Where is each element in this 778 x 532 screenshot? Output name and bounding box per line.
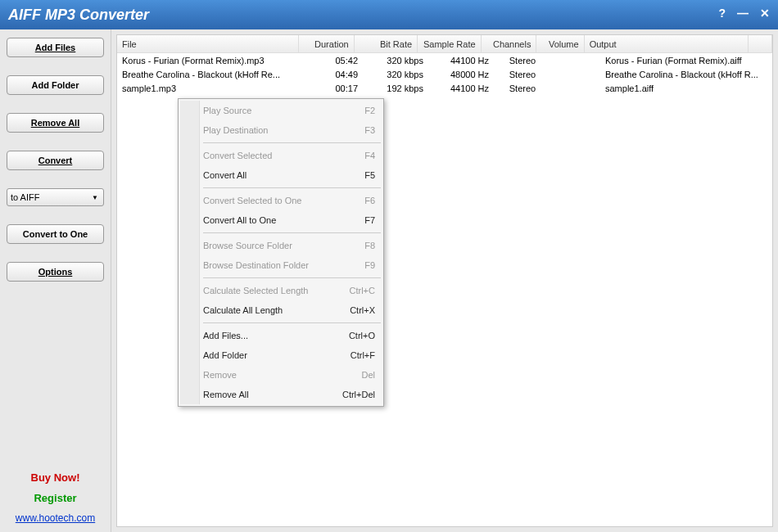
menu-item: Calculate Selected LengthCtrl+C [180, 281, 382, 300]
minimize-icon[interactable]: — [737, 7, 749, 20]
col-extra[interactable] [749, 35, 772, 52]
menu-item-label: Convert Selected [203, 151, 272, 160]
menu-item[interactable]: Add Files...Ctrl+O [180, 326, 382, 345]
menu-item-shortcut: F4 [364, 151, 375, 160]
col-duration[interactable]: Duration [299, 35, 355, 52]
col-volume[interactable]: Volume [536, 35, 584, 52]
menu-item-shortcut: F8 [364, 241, 375, 250]
table-header: File Duration Bit Rate Sample Rate Chann… [117, 35, 772, 53]
menu-item-label: Add Files... [203, 331, 248, 340]
menu-separator [203, 322, 381, 323]
cell-channels: Stereo [494, 83, 551, 93]
menu-item-label: Calculate All Length [203, 305, 283, 315]
col-channels[interactable]: Channels [482, 35, 537, 52]
cell-duration: 00:17 [305, 83, 363, 93]
chevron-down-icon: ▼ [92, 194, 98, 201]
remove-all-label: Remove All [31, 118, 80, 128]
cell-bitrate: 320 kbps [363, 70, 428, 79]
add-folder-button[interactable]: Add Folder [7, 75, 104, 95]
col-file[interactable]: File [117, 35, 299, 52]
menu-item-shortcut: Ctrl+X [350, 305, 375, 315]
menu-item: Browse Destination FolderF9 [180, 255, 382, 275]
menu-item[interactable]: Calculate All LengthCtrl+X [180, 300, 382, 320]
menu-item[interactable]: Add FolderCtrl+F [180, 345, 382, 365]
format-select-value: to AIFF [11, 192, 39, 202]
cell-sample: 44100 Hz [428, 56, 494, 65]
menu-item-shortcut: F7 [364, 215, 375, 225]
remove-all-button[interactable]: Remove All [7, 113, 104, 133]
menu-item-shortcut: Ctrl+Del [342, 390, 375, 399]
menu-separator [203, 232, 381, 233]
menu-item-shortcut: Ctrl+F [351, 350, 375, 360]
menu-item-shortcut: Ctrl+C [350, 286, 375, 295]
options-label: Options [38, 267, 73, 277]
menu-item-shortcut: Ctrl+O [349, 331, 375, 340]
add-files-button[interactable]: Add Files [7, 38, 104, 57]
col-bitrate[interactable]: Bit Rate [355, 35, 418, 52]
cell-file: Korus - Furian (Format Remix).mp3 [117, 56, 305, 65]
cell-sample: 44100 Hz [428, 83, 494, 93]
cell-sample: 48000 Hz [428, 70, 494, 79]
help-icon[interactable]: ? [718, 7, 726, 20]
buy-now-link[interactable]: Buy Now! [31, 471, 80, 484]
website-link[interactable]: www.hootech.com [16, 512, 95, 524]
menu-item-label: Calculate Selected Length [203, 286, 308, 295]
cell-channels: Stereo [494, 56, 551, 65]
sidebar: Add Files Add Folder Remove All Convert … [0, 29, 111, 532]
menu-item-label: Convert Selected to One [203, 196, 301, 205]
menu-item[interactable]: Convert AllF5 [180, 165, 382, 185]
menu-item-shortcut: F9 [364, 260, 375, 270]
menu-item: Play SourceF2 [180, 101, 382, 120]
close-icon[interactable]: ✕ [760, 7, 770, 20]
cell-file: sample1.mp3 [117, 83, 305, 93]
table-row[interactable]: sample1.mp300:17192 kbps44100 HzStereosa… [117, 81, 772, 95]
cell-output: Breathe Carolina - Blackout (kHoff R... [600, 70, 772, 79]
convert-button[interactable]: Convert [7, 151, 104, 170]
menu-item-label: Convert All to One [203, 215, 276, 225]
context-menu: Play SourceF2Play DestinationF3Convert S… [178, 98, 384, 407]
menu-item-shortcut: F2 [364, 106, 375, 115]
app-title: AIFF MP3 Converter [8, 7, 149, 24]
col-output[interactable]: Output [585, 35, 749, 52]
menu-item-label: Play Destination [203, 125, 269, 135]
menu-item: RemoveDel [180, 365, 382, 385]
menu-item-shortcut: Del [361, 370, 375, 380]
file-table: File Duration Bit Rate Sample Rate Chann… [117, 35, 772, 95]
table-row[interactable]: Korus - Furian (Format Remix).mp305:4232… [117, 53, 772, 67]
register-link[interactable]: Register [34, 492, 76, 504]
options-button[interactable]: Options [7, 262, 104, 282]
menu-item[interactable]: Remove AllCtrl+Del [180, 385, 382, 404]
menu-item-label: Remove All [203, 390, 249, 399]
menu-item-label: Play Source [203, 106, 251, 115]
add-files-label: Add Files [35, 43, 76, 52]
format-select[interactable]: to AIFF ▼ [7, 188, 104, 206]
menu-item-shortcut: F5 [364, 170, 375, 180]
menu-item-label: Convert All [203, 170, 247, 180]
cell-channels: Stereo [494, 70, 551, 79]
table-row[interactable]: Breathe Carolina - Blackout (kHoff Re...… [117, 67, 772, 81]
menu-separator [203, 187, 381, 188]
cell-output: sample1.aiff [600, 83, 772, 93]
titlebar-controls: ? — ✕ [718, 7, 770, 20]
menu-item: Play DestinationF3 [180, 120, 382, 140]
menu-item: Browse Source FolderF8 [180, 236, 382, 255]
convert-to-one-label: Convert to One [23, 229, 88, 239]
menu-item: Convert SelectedF4 [180, 146, 382, 165]
cell-duration: 04:49 [305, 70, 363, 79]
menu-item-shortcut: F6 [364, 196, 375, 205]
menu-item-label: Remove [203, 370, 237, 380]
menu-item-label: Add Folder [203, 350, 247, 360]
menu-item-label: Browse Source Folder [203, 241, 292, 250]
cell-output: Korus - Furian (Format Remix).aiff [600, 56, 772, 65]
add-folder-label: Add Folder [31, 80, 79, 90]
cell-bitrate: 320 kbps [363, 56, 428, 65]
menu-item-shortcut: F3 [364, 125, 375, 135]
sidebar-bottom: Buy Now! Register www.hootech.com [0, 471, 111, 524]
menu-item-label: Browse Destination Folder [203, 260, 309, 270]
convert-label: Convert [38, 156, 73, 165]
content-area: File Duration Bit Rate Sample Rate Chann… [116, 34, 773, 527]
convert-to-one-button[interactable]: Convert to One [7, 224, 104, 244]
menu-item: Convert Selected to OneF6 [180, 191, 382, 210]
menu-item[interactable]: Convert All to OneF7 [180, 210, 382, 230]
col-sample[interactable]: Sample Rate [418, 35, 481, 52]
